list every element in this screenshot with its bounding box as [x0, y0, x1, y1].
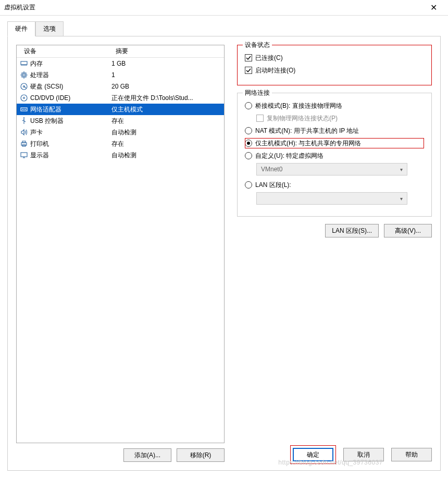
header-summary[interactable]: 摘要 [108, 45, 224, 57]
checkbox-icon [256, 115, 264, 122]
tab-panel-hardware: 设备 摘要 内存1 GB处理器1硬盘 (SCSI)20 GBCD/DVD (ID… [7, 36, 441, 471]
device-name: 显示器 [30, 151, 49, 160]
close-icon: ✕ [430, 3, 437, 12]
device-row-sound[interactable]: 声卡自动检测 [17, 127, 224, 138]
checkbox-connected-label: 已连接(C) [255, 54, 283, 62]
device-name: 网络适配器 [30, 105, 61, 114]
right-column: 设备状态 已连接(C) 启动时连接(O) [237, 45, 432, 462]
custom-network-combo: VMnet0 ▾ [256, 163, 407, 175]
printer-icon [20, 140, 28, 148]
remove-button[interactable]: 移除(R) [177, 448, 225, 462]
checkbox-connect-poweron-label: 启动时连接(O) [255, 66, 295, 75]
device-name: 打印机 [30, 140, 49, 148]
checkbox-connected-row[interactable]: 已连接(C) [245, 53, 424, 63]
cd-icon [20, 94, 28, 102]
left-buttons: 添加(A)... 移除(R) [16, 448, 225, 462]
device-name: 处理器 [30, 71, 49, 80]
add-button[interactable]: 添加(A)... [123, 448, 171, 462]
svg-point-11 [23, 117, 24, 118]
svg-rect-13 [22, 141, 26, 143]
device-summary: 存在 [108, 140, 224, 148]
left-column: 设备 摘要 内存1 GB处理器1硬盘 (SCSI)20 GBCD/DVD (ID… [16, 45, 225, 462]
checkbox-icon [245, 54, 252, 61]
hdd-icon [20, 82, 28, 91]
device-name: 声卡 [30, 128, 43, 137]
radio-hostonly-row[interactable]: 仅主机模式(H): 与主机共享的专用网络 [245, 138, 424, 148]
dialog-body: 硬件 选项 设备 摘要 内存1 GB处理器1硬盘 (SCSI)20 GBCD/D… [0, 16, 448, 478]
svg-rect-1 [22, 73, 26, 77]
svg-rect-0 [21, 61, 27, 65]
device-name: CD/DVD (IDE) [30, 94, 70, 102]
device-name: 硬盘 (SCSI) [30, 82, 63, 91]
advanced-button[interactable]: 高级(V)... [384, 224, 432, 237]
footer-buttons: 确定 取消 帮助 [290, 445, 432, 464]
svg-point-6 [23, 97, 25, 99]
svg-point-10 [25, 109, 26, 110]
device-list: 设备 摘要 内存1 GB处理器1硬盘 (SCSI)20 GBCD/DVD (ID… [16, 45, 225, 443]
sound-icon [20, 128, 28, 136]
device-row-display[interactable]: 显示器自动检测 [17, 149, 224, 161]
usb-icon [20, 117, 28, 125]
radio-icon [245, 181, 252, 189]
window-title: 虚拟机设置 [4, 3, 423, 12]
device-row-memory[interactable]: 内存1 GB [17, 58, 224, 69]
device-list-headers: 设备 摘要 [17, 45, 224, 58]
display-icon [20, 151, 28, 159]
device-row-hdd[interactable]: 硬盘 (SCSI)20 GB [17, 81, 224, 92]
device-row-usb[interactable]: USB 控制器存在 [17, 115, 224, 127]
chevron-down-icon: ▾ [400, 196, 403, 202]
ok-highlight: 确定 [290, 445, 336, 464]
help-button[interactable]: 帮助 [391, 448, 432, 461]
net-icon [20, 105, 28, 114]
tab-bar: 硬件 选项 [7, 21, 441, 36]
radio-lansegment-row[interactable]: LAN 区段(L): [245, 180, 424, 190]
header-device[interactable]: 设备 [17, 45, 108, 57]
titlebar: 虚拟机设置 ✕ [0, 0, 448, 16]
device-summary: 1 GB [108, 60, 224, 67]
device-summary: 自动检测 [108, 151, 224, 160]
svg-point-5 [21, 95, 27, 101]
radio-bridged-label: 桥接模式(B): 直接连接物理网络 [255, 102, 342, 110]
cpu-icon [20, 71, 28, 79]
lan-segment-combo: ▾ [256, 192, 407, 205]
right-buttons: LAN 区段(S)... 高级(V)... [237, 224, 432, 237]
device-summary: 1 [108, 71, 224, 79]
radio-icon [245, 127, 252, 134]
radio-custom-row[interactable]: 自定义(U): 特定虚拟网络 [245, 151, 424, 161]
custom-network-value: VMnet0 [261, 166, 282, 173]
device-row-cd[interactable]: CD/DVD (IDE)正在使用文件 D:\Tools\Stud... [17, 92, 224, 104]
device-summary: 正在使用文件 D:\Tools\Stud... [108, 94, 224, 103]
device-summary: 存在 [108, 117, 224, 126]
chevron-down-icon: ▾ [400, 167, 403, 172]
radio-nat-row[interactable]: NAT 模式(N): 用于共享主机的 IP 地址 [245, 126, 424, 136]
group-title-network: 网络连接 [243, 89, 272, 97]
cancel-button[interactable]: 取消 [343, 448, 384, 461]
svg-point-9 [23, 109, 24, 110]
close-button[interactable]: ✕ [423, 3, 444, 12]
group-network-connection: 网络连接 桥接模式(B): 直接连接物理网络 复制物理网络连接状态(P) NAT… [237, 93, 432, 217]
tab-hardware[interactable]: 硬件 [7, 21, 35, 36]
checkbox-icon [245, 67, 252, 74]
checkbox-replicate-row: 复制物理网络连接状态(P) [256, 113, 424, 123]
radio-lansegment-label: LAN 区段(L): [255, 181, 291, 190]
group-device-state: 设备状态 已连接(C) 启动时连接(O) [237, 45, 432, 85]
radio-nat-label: NAT 模式(N): 用于共享主机的 IP 地址 [255, 127, 359, 135]
radio-bridged-row[interactable]: 桥接模式(B): 直接连接物理网络 [245, 101, 424, 111]
device-name: 内存 [30, 59, 43, 68]
device-row-printer[interactable]: 打印机存在 [17, 138, 224, 149]
lan-segments-button[interactable]: LAN 区段(S)... [325, 224, 379, 237]
device-row-net[interactable]: 网络适配器仅主机模式 [17, 104, 224, 115]
checkbox-connect-poweron-row[interactable]: 启动时连接(O) [245, 65, 424, 76]
checkbox-replicate-label: 复制物理网络连接状态(P) [267, 114, 338, 123]
device-summary: 20 GB [108, 83, 224, 90]
radio-icon [245, 140, 252, 147]
svg-point-8 [22, 109, 23, 110]
tab-options[interactable]: 选项 [35, 21, 64, 36]
device-row-cpu[interactable]: 处理器1 [17, 69, 224, 81]
memory-icon [20, 59, 28, 68]
ok-button[interactable]: 确定 [293, 448, 333, 461]
device-name: USB 控制器 [30, 117, 64, 126]
svg-rect-15 [21, 153, 27, 157]
radio-custom-label: 自定义(U): 特定虚拟网络 [255, 152, 323, 160]
device-summary: 自动检测 [108, 128, 224, 137]
